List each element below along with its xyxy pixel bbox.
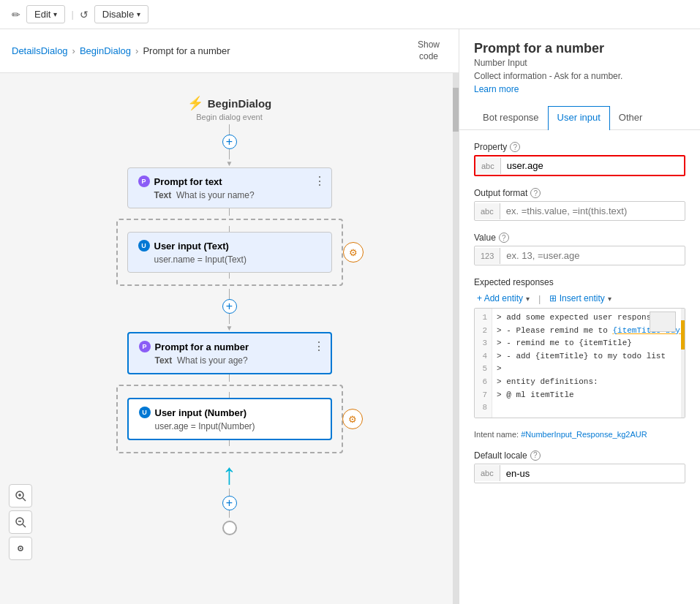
canvas-panel: DetailsDialog › BeginDialog › Prompt for…	[0, 29, 459, 604]
tab-other[interactable]: Other	[610, 106, 652, 130]
disable-label: Disable	[102, 9, 134, 20]
prompt-text-node[interactable]: P Prompt for text Text What is your name…	[127, 167, 332, 208]
line-num-8: 8	[479, 401, 487, 415]
property-help-icon[interactable]: ?	[510, 142, 520, 152]
toolbar: ✏ Edit ▾ | ↺ Disable ▾	[0, 0, 700, 29]
zoom-in-button[interactable]	[9, 484, 32, 507]
add-btn-1[interactable]: +	[222, 135, 237, 149]
property-label-text: Property	[474, 142, 507, 152]
edit-icon: ✏	[12, 9, 20, 20]
add-btn-2[interactable]: +	[222, 299, 237, 314]
edit-chevron: ▾	[53, 10, 57, 18]
breadcrumb-item-1[interactable]: BeginDialog	[80, 45, 131, 56]
disable-button[interactable]: Disable ▾	[94, 5, 148, 23]
connector-2: + ▼	[222, 289, 237, 332]
property-input-row: abc	[474, 155, 685, 176]
line-8	[229, 374, 230, 382]
show-code-button[interactable]: Showcode	[410, 37, 447, 65]
line-7	[229, 314, 230, 324]
lightning-icon: ⚡	[187, 95, 203, 111]
default-locale-input[interactable]	[500, 464, 685, 483]
value-help-icon[interactable]: ?	[499, 233, 509, 243]
code-line-5: >	[497, 363, 680, 376]
line-num-6: 6	[479, 376, 487, 389]
line-num-7: 7	[479, 389, 487, 402]
default-locale-label: Default locale ?	[474, 450, 685, 461]
line-5	[229, 273, 230, 279]
panel-header: Prompt for a number Number Input Collect…	[459, 29, 700, 100]
user-input-number-icon: U	[139, 407, 151, 418]
value-input[interactable]	[500, 246, 685, 265]
fit-view-button[interactable]	[9, 537, 32, 560]
bottom-indicators: ↑ +	[222, 459, 237, 535]
zoom-controls	[9, 484, 32, 560]
edit-button[interactable]: Edit ▾	[26, 5, 65, 23]
prompt-number-text-value: What is your age?	[177, 355, 248, 366]
user-input-text-header: U User input (Text)	[138, 240, 321, 252]
panel-content: Property ? abc Output format ? abc	[459, 130, 700, 604]
line-num-5: 5	[479, 363, 487, 376]
default-locale-help-icon[interactable]: ?	[530, 450, 541, 461]
add-entity-chevron: ▾	[526, 295, 530, 303]
panel-description: Collect information - Ask for a number.	[474, 71, 685, 81]
breadcrumb-sep-1: ›	[135, 45, 138, 56]
output-format-label-text: Output format	[474, 188, 527, 198]
intent-name-section: Intent name: #NumberInput_Response_kg2AU…	[474, 430, 685, 439]
value-label-text: Value	[474, 233, 496, 243]
default-locale-input-row: abc	[474, 464, 685, 483]
output-format-input-row: abc	[474, 201, 685, 221]
prompt-text-text-label: Text	[154, 190, 172, 200]
code-editor[interactable]: 1 2 3 4 5 6 7 8 > add some expected user…	[474, 308, 685, 418]
canvas-scrollbar[interactable]	[453, 73, 459, 604]
expected-responses-section: Expected responses + Add entity ▾ | ⊞ In…	[474, 277, 685, 418]
editor-scrollbar-thumb	[681, 320, 685, 350]
code-line-7: > @ ml itemTitle	[497, 389, 680, 402]
prompt-text-header: P Prompt for text	[138, 175, 321, 187]
editor-thumbnail	[650, 312, 676, 332]
dashed-box-2: U User input (Number) user.age = Input(N…	[116, 385, 343, 453]
zoom-out-icon	[15, 516, 26, 528]
connector-dashed-2: U User input (Number) user.age = Input(N…	[116, 374, 343, 456]
resp-divider: |	[538, 293, 541, 304]
property-input[interactable]	[501, 156, 684, 175]
user-input-text-body: user.name = Input(Text)	[138, 254, 321, 265]
learn-more-link[interactable]: Learn more	[474, 84, 519, 94]
intent-name-label: Intent name:	[474, 430, 519, 439]
default-locale-label-text: Default locale	[474, 450, 527, 461]
expected-responses-label: Expected responses	[474, 277, 685, 287]
gear-icon-1[interactable]: ⚙	[343, 242, 364, 263]
arrow-1: ▼	[226, 159, 233, 167]
add-entity-label: + Add entity	[477, 293, 523, 303]
property-label: Property ?	[474, 142, 685, 152]
begin-dialog-sublabel: Begin dialog event	[196, 113, 263, 121]
intent-name-link[interactable]: #NumberInput_Response_kg2AUR	[521, 430, 647, 439]
gear-icon-2[interactable]: ⚙	[342, 409, 363, 429]
insert-entity-button[interactable]: ⊞ Insert entity ▾	[546, 292, 614, 305]
disable-chevron: ▾	[137, 10, 140, 18]
tab-bot-response[interactable]: Bot response	[474, 106, 548, 130]
breadcrumb-item-0[interactable]: DetailsDialog	[12, 45, 68, 56]
output-format-help-icon[interactable]: ?	[530, 188, 541, 198]
user-input-number-node[interactable]: U User input (Number) user.age = Input(N…	[127, 398, 332, 440]
flow-container: ⚡ BeginDialog Begin dialog event + ▼ P	[15, 88, 444, 550]
line-10	[229, 440, 230, 446]
node-menu-2[interactable]: ⋮	[313, 339, 325, 353]
add-entity-button[interactable]: + Add entity ▾	[474, 292, 532, 305]
insert-entity-chevron: ▾	[608, 295, 611, 303]
canvas-area[interactable]: ⚡ BeginDialog Begin dialog event + ▼ P	[0, 73, 459, 604]
line-num-2: 2	[479, 325, 487, 338]
editor-scrollbar[interactable]	[681, 309, 685, 418]
node-menu-0[interactable]: ⋮	[314, 174, 325, 188]
add-btn-3[interactable]: +	[222, 496, 237, 510]
insert-entity-label: ⊞ Insert entity	[549, 293, 604, 303]
line-3	[229, 208, 230, 216]
line-num-3: 3	[479, 337, 487, 350]
prompt-number-node[interactable]: P Prompt for a number Text What is your …	[127, 332, 332, 374]
connector-dashed-1: U User input (Text) user.name = Input(Te…	[116, 208, 343, 289]
line-9	[229, 392, 230, 398]
svg-point-8	[20, 548, 21, 549]
output-format-input[interactable]	[500, 202, 685, 220]
user-input-text-node[interactable]: U User input (Text) user.name = Input(Te…	[127, 232, 332, 273]
tab-user-input[interactable]: User input	[548, 106, 610, 130]
zoom-out-button[interactable]	[9, 510, 32, 534]
